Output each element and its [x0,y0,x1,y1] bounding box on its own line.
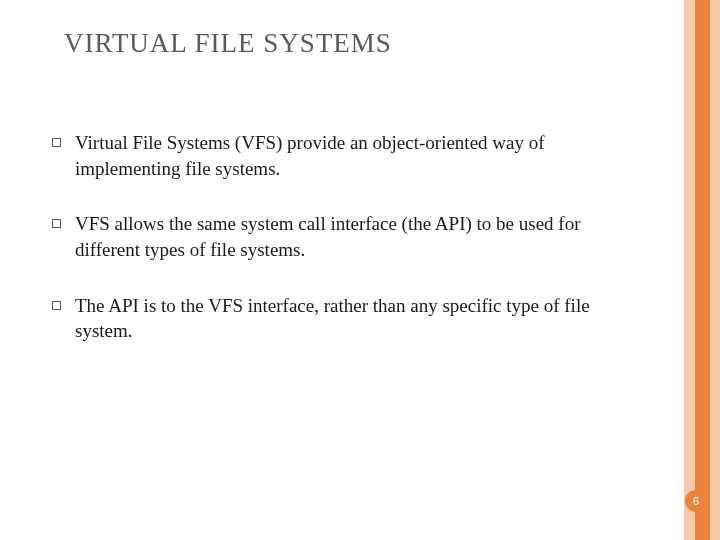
bullet-list: Virtual File Systems (VFS) provide an ob… [52,130,612,374]
list-item: The API is to the VFS interface, rather … [52,293,612,344]
list-item: Virtual File Systems (VFS) provide an ob… [52,130,612,181]
page-number: 6 [693,495,699,507]
bullet-icon [52,138,61,147]
list-item: VFS allows the same system call interfac… [52,211,612,262]
bullet-icon [52,301,61,310]
list-item-text: Virtual File Systems (VFS) provide an ob… [75,130,612,181]
list-item-text: VFS allows the same system call interfac… [75,211,612,262]
accent-stripe-inner [695,0,710,540]
bullet-icon [52,219,61,228]
slide-title: VIRTUAL FILE SYSTEMS [64,28,392,59]
list-item-text: The API is to the VFS interface, rather … [75,293,612,344]
page-number-badge: 6 [685,490,707,512]
